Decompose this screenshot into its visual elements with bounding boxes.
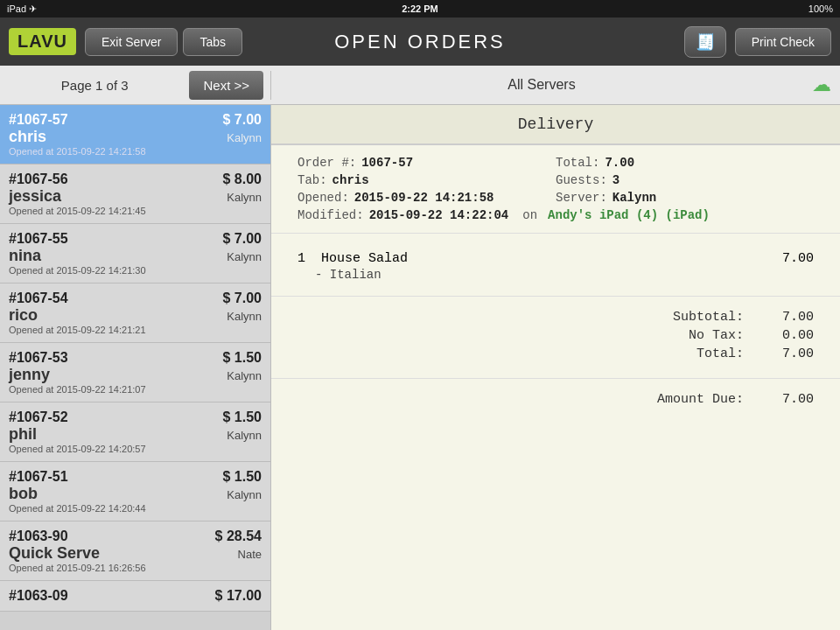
order-opened: Opened at 2015-09-22 14:21:21 bbox=[9, 325, 262, 335]
order-tab: rico bbox=[9, 306, 38, 325]
item-description: 1 House Salad bbox=[298, 251, 408, 266]
order-opened: Opened at 2015-09-22 14:20:44 bbox=[9, 503, 262, 514]
battery-label: 100% bbox=[808, 4, 833, 14]
order-opened: Opened at 2015-09-22 14:20:57 bbox=[9, 444, 262, 454]
tab-label: Tab: bbox=[298, 173, 327, 187]
order-id: #1067-51 bbox=[9, 469, 68, 485]
item-price: 7.00 bbox=[782, 251, 814, 266]
total-section-row: Total: 7.00 bbox=[298, 346, 814, 361]
opened-row: Opened: 2015-09-22 14:21:58 bbox=[298, 191, 556, 205]
order-tab: nina bbox=[9, 247, 41, 265]
order-opened: Opened at 2015-09-22 14:21:45 bbox=[9, 206, 262, 216]
opened-value: 2015-09-22 14:21:58 bbox=[354, 191, 494, 205]
modified-row: Modified: 2015-09-22 14:22:04 on Andy's … bbox=[298, 208, 814, 222]
order-opened: Opened at 2015-09-22 14:21:07 bbox=[9, 384, 262, 395]
order-id: #1067-56 bbox=[9, 172, 68, 187]
order-list-item[interactable]: #1063-90 $ 28.54 Quick Serve Nate Opened… bbox=[0, 522, 270, 581]
order-tab: bob bbox=[9, 485, 38, 503]
print-check-button[interactable]: Print Check bbox=[735, 28, 831, 56]
order-amount: $ 17.00 bbox=[215, 588, 262, 604]
guests-row: Guests: 3 bbox=[556, 173, 814, 187]
order-list-item[interactable]: #1067-53 $ 1.50 jenny Kalynn Opened at 2… bbox=[0, 343, 270, 402]
item-modifier: - Italian bbox=[298, 268, 814, 282]
sub-nav: Page 1 of 3 Next >> All Servers ☁ bbox=[0, 66, 840, 105]
order-list-item[interactable]: #1067-56 $ 8.00 jessica Kalynn Opened at… bbox=[0, 164, 270, 224]
server-label: Server: bbox=[556, 191, 607, 205]
guests-value: 3 bbox=[612, 173, 620, 187]
order-list-item[interactable]: #1067-51 $ 1.50 bob Kalynn Opened at 201… bbox=[0, 462, 270, 522]
amount-due-value: 7.00 bbox=[761, 392, 814, 407]
order-opened: Opened at 2015-09-21 16:26:56 bbox=[9, 563, 262, 573]
order-id: #1067-52 bbox=[9, 410, 68, 425]
order-amount: $ 8.00 bbox=[223, 172, 262, 187]
order-detail: Delivery Order #: 1067-57 Total: 7.00 Ta… bbox=[271, 105, 840, 630]
server-filter: All Servers bbox=[271, 77, 812, 93]
order-server: Nate bbox=[238, 548, 262, 561]
order-amount: $ 7.00 bbox=[223, 231, 262, 247]
modified-label: Modified: bbox=[298, 208, 364, 222]
order-list-item[interactable]: #1067-57 $ 7.00 chris Kalynn Opened at 2… bbox=[0, 105, 270, 164]
modified-value: 2015-09-22 14:22:04 bbox=[369, 208, 509, 222]
total-value: 7.00 bbox=[605, 156, 634, 170]
tab-row: Tab: chris bbox=[298, 173, 556, 187]
item-row: 1 House Salad 7.00 bbox=[298, 251, 814, 266]
order-list-item[interactable]: #1063-09 $ 17.00 bbox=[0, 581, 270, 612]
order-id: #1063-90 bbox=[9, 528, 68, 544]
total-section-label: Total: bbox=[656, 346, 744, 361]
items-section: 1 House Salad 7.00 - Italian bbox=[271, 234, 840, 297]
order-amount: $ 7.00 bbox=[223, 290, 262, 306]
receipt-icon-button[interactable]: 🧾 bbox=[684, 26, 726, 58]
server-row: Server: Kalynn bbox=[556, 191, 814, 205]
order-tab: phil bbox=[9, 425, 37, 444]
order-opened: Opened at 2015-09-22 14:21:58 bbox=[9, 146, 262, 157]
order-server: Kalynn bbox=[227, 369, 262, 382]
delivery-label: Delivery bbox=[518, 116, 593, 133]
order-num-value: 1067-57 bbox=[361, 156, 413, 170]
page-info: Page 1 of 3 bbox=[0, 78, 189, 93]
order-amount: $ 1.50 bbox=[223, 350, 262, 366]
order-server: Kalynn bbox=[227, 250, 262, 263]
order-num-label: Order #: bbox=[298, 156, 356, 170]
subtotal-label: Subtotal: bbox=[656, 310, 744, 325]
guests-label: Guests: bbox=[556, 173, 607, 187]
order-list-item[interactable]: #1067-54 $ 7.00 rico Kalynn Opened at 20… bbox=[0, 284, 270, 343]
order-tab: jessica bbox=[9, 187, 61, 206]
logo: LAVU bbox=[9, 28, 76, 55]
order-id: #1063-09 bbox=[9, 588, 68, 604]
sync-icon[interactable]: ☁ bbox=[812, 74, 831, 96]
top-nav-right: 🧾 Print Check bbox=[684, 26, 831, 58]
on-label: on bbox=[522, 208, 537, 222]
order-server: Kalynn bbox=[227, 310, 262, 323]
status-right: 100% bbox=[808, 4, 833, 14]
status-time: 2:22 PM bbox=[402, 4, 438, 14]
opened-label: Opened: bbox=[298, 191, 349, 205]
total-label: Total: bbox=[556, 156, 599, 170]
no-tax-row: No Tax: 0.00 bbox=[298, 328, 814, 343]
order-opened: Opened at 2015-09-22 14:21:30 bbox=[9, 265, 262, 276]
order-list-item[interactable]: #1067-52 $ 1.50 phil Kalynn Opened at 20… bbox=[0, 402, 270, 462]
no-tax-label: No Tax: bbox=[656, 328, 744, 343]
device-value: Andy's iPad (4) (iPad) bbox=[548, 208, 710, 222]
status-bar: iPad ✈ 2:22 PM 100% bbox=[0, 0, 840, 18]
order-list-item[interactable]: #1067-55 $ 7.00 nina Kalynn Opened at 20… bbox=[0, 224, 270, 284]
detail-header: Delivery bbox=[271, 105, 840, 145]
order-tab: Quick Serve bbox=[9, 544, 100, 563]
order-server: Kalynn bbox=[227, 191, 262, 204]
order-amount: $ 1.50 bbox=[223, 469, 262, 485]
order-amount: $ 7.00 bbox=[223, 112, 262, 128]
order-id: #1067-55 bbox=[9, 231, 68, 247]
order-num-row: Order #: 1067-57 bbox=[298, 156, 556, 170]
order-id: #1067-57 bbox=[9, 112, 68, 128]
next-page-button[interactable]: Next >> bbox=[189, 71, 263, 100]
order-amount: $ 28.54 bbox=[215, 528, 262, 544]
order-meta: Order #: 1067-57 Total: 7.00 Tab: chris … bbox=[271, 145, 840, 234]
order-server: Kalynn bbox=[227, 488, 262, 501]
order-id: #1067-53 bbox=[9, 350, 68, 366]
order-tab: chris bbox=[9, 128, 46, 146]
top-nav: LAVU Exit Server Tabs OPEN ORDERS 🧾 Prin… bbox=[0, 18, 840, 66]
no-tax-value: 0.00 bbox=[761, 328, 814, 343]
exit-server-button[interactable]: Exit Server bbox=[85, 28, 178, 56]
order-id: #1067-54 bbox=[9, 290, 68, 306]
tabs-button[interactable]: Tabs bbox=[183, 28, 242, 56]
total-row: Total: 7.00 bbox=[556, 156, 814, 170]
